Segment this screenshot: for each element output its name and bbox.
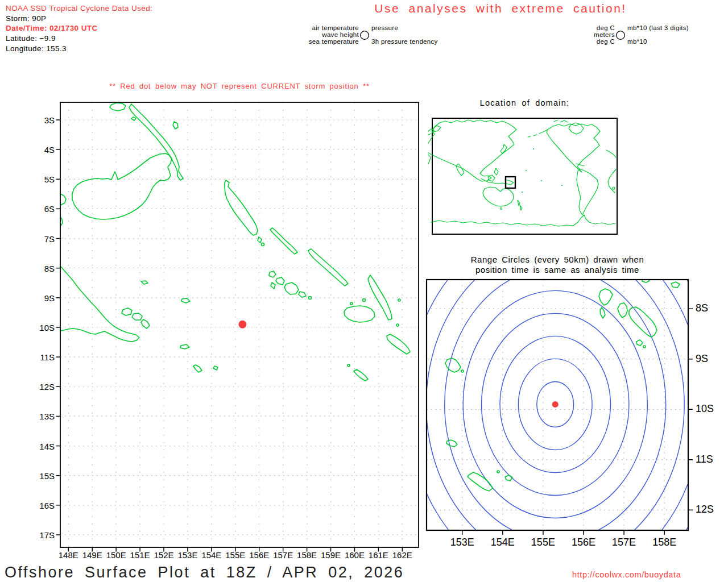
axis-tick-label: 8S bbox=[30, 264, 55, 273]
axis-tick-label: 8S bbox=[696, 302, 724, 314]
axis-tick-label: 3S bbox=[30, 115, 55, 125]
axis-tick-label: 154E bbox=[487, 537, 519, 548]
axis-tick-label: 13S bbox=[30, 411, 55, 421]
axis-tick-label: 6S bbox=[30, 204, 55, 214]
tick-labels-layer: 148E149E150E151E152E153E154E155E156E157E… bbox=[0, 0, 728, 582]
axis-tick-label: 155E bbox=[527, 537, 559, 548]
axis-tick-label: 9S bbox=[30, 293, 55, 303]
axis-tick-label: 156E bbox=[246, 550, 273, 560]
axis-tick-label: 160E bbox=[341, 550, 368, 560]
axis-tick-label: 161E bbox=[365, 550, 392, 560]
axis-tick-label: 11S bbox=[696, 454, 724, 465]
axis-tick-label: 155E bbox=[222, 550, 249, 560]
axis-tick-label: 150E bbox=[102, 550, 130, 560]
axis-tick-label: 157E bbox=[270, 550, 297, 560]
axis-tick-label: 11S bbox=[30, 352, 55, 362]
axis-tick-label: 4S bbox=[30, 145, 55, 155]
axis-tick-label: 10S bbox=[30, 323, 55, 332]
axis-tick-label: 159E bbox=[317, 550, 345, 560]
axis-tick-label: 158E bbox=[648, 537, 680, 548]
axis-tick-label: 149E bbox=[78, 550, 106, 560]
axis-tick-label: 12S bbox=[30, 382, 55, 392]
axis-tick-label: 152E bbox=[150, 550, 177, 560]
axis-tick-label: 153E bbox=[446, 537, 478, 548]
axis-tick-label: 154E bbox=[198, 550, 225, 560]
axis-tick-label: 162E bbox=[388, 550, 416, 560]
axis-tick-label: 153E bbox=[174, 550, 201, 560]
axis-tick-label: 148E bbox=[55, 550, 82, 560]
axis-tick-label: 151E bbox=[126, 550, 154, 560]
axis-tick-label: 10S bbox=[696, 403, 724, 415]
axis-tick-label: 12S bbox=[696, 504, 724, 516]
axis-tick-label: 14S bbox=[30, 442, 55, 451]
axis-tick-label: 9S bbox=[696, 353, 724, 365]
axis-tick-label: 158E bbox=[293, 550, 321, 560]
axis-tick-label: 16S bbox=[30, 501, 55, 510]
axis-tick-label: 7S bbox=[30, 234, 55, 244]
axis-tick-label: 15S bbox=[30, 471, 55, 481]
axis-tick-label: 5S bbox=[30, 174, 55, 184]
axis-tick-label: 157E bbox=[608, 537, 640, 548]
offshore-surface-plot-page: { "colors": { "red": "#fb3e3e", "green":… bbox=[0, 0, 728, 582]
axis-tick-label: 17S bbox=[30, 530, 55, 540]
axis-tick-label: 156E bbox=[568, 537, 599, 548]
